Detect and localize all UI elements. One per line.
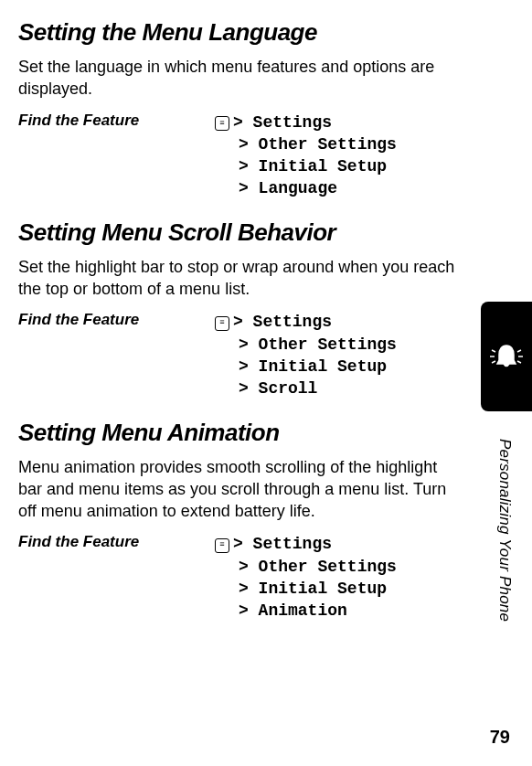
- path-item: Settings: [253, 535, 332, 553]
- feature-label: Find the Feature: [18, 311, 215, 329]
- menu-icon: [215, 538, 229, 553]
- svg-line-0: [492, 350, 495, 352]
- feature-block: Find the Feature > Settings > Other Sett…: [18, 110, 495, 202]
- thumb-tab: [481, 302, 532, 411]
- feature-path: > Settings > Other Settings > Initial Se…: [215, 112, 397, 200]
- bell-ringing-icon: [486, 336, 527, 377]
- path-item: Language: [259, 179, 337, 197]
- path-item: Scroll: [259, 379, 318, 398]
- section-heading: Setting Menu Animation: [18, 419, 495, 447]
- body-text: Set the language in which menu features …: [18, 56, 457, 101]
- path-item: Initial Setup: [259, 357, 387, 376]
- svg-line-5: [517, 361, 521, 363]
- feature-block: Find the Feature > Settings > Other Sett…: [18, 531, 495, 623]
- body-text: Set the highlight bar to stop or wrap ar…: [18, 256, 457, 301]
- feature-path: > Settings > Other Settings > Initial Se…: [215, 533, 397, 622]
- svg-line-2: [492, 361, 495, 363]
- feature-label: Find the Feature: [18, 112, 215, 130]
- feature-path: > Settings > Other Settings > Initial Se…: [215, 311, 397, 399]
- path-item: Animation: [259, 601, 347, 620]
- path-item: Initial Setup: [259, 580, 387, 598]
- body-text: Menu animation provides smooth scrolling…: [18, 456, 457, 523]
- path-item: Other Settings: [259, 335, 397, 354]
- section-heading: Setting the Menu Language: [18, 18, 495, 47]
- path-item: Other Settings: [259, 558, 397, 576]
- svg-line-3: [517, 350, 521, 352]
- section-heading: Setting Menu Scroll Behavior: [18, 218, 495, 247]
- page-number: 79: [490, 727, 510, 748]
- menu-icon: [215, 116, 229, 131]
- path-item: Settings: [253, 313, 332, 331]
- feature-label: Find the Feature: [18, 533, 215, 551]
- path-item: Settings: [253, 113, 332, 132]
- menu-icon: [215, 316, 229, 331]
- path-item: Other Settings: [259, 135, 397, 154]
- path-item: Initial Setup: [259, 157, 387, 176]
- side-chapter-label: Personalizing Your Phone: [495, 439, 514, 622]
- feature-block: Find the Feature > Settings > Other Sett…: [18, 309, 495, 401]
